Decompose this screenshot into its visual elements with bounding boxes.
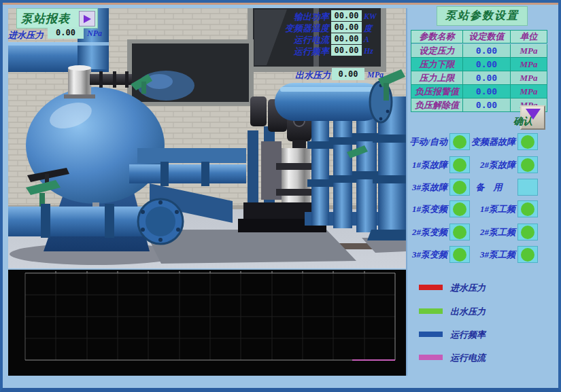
legend-label-outlet-pressure: 出水压力 (450, 306, 486, 318)
indicator-lamp-pump2-mains (517, 224, 538, 240)
legend-label-inlet-pressure: 进水压力 (450, 282, 486, 294)
param-unit: MPa (511, 85, 547, 99)
output-power-value: 00.00 (331, 10, 362, 21)
run-frequency-label: 运行频率 (272, 46, 329, 58)
inlet-pressure-value: 0.00 (48, 27, 84, 39)
indicator-label-spare: 备 用 (462, 179, 515, 196)
param-name: 负压报警值 (411, 85, 463, 99)
window-lower (127, 39, 254, 106)
params-panel-title: 泵站参数设置 (437, 6, 528, 26)
output-power-unit: KW (364, 12, 377, 22)
indicator-label-pump2-mains: 2#泵工频 (462, 224, 515, 240)
param-name: 压力下限 (411, 58, 463, 71)
inverter-temp-value: 00.00 (331, 22, 362, 33)
indicator-label-pump1-mains: 1#泵工频 (462, 200, 515, 217)
indicator-lamp-pump1-mains (517, 200, 538, 217)
indicator-label-pump3-fault: 3#泵故障 (404, 179, 447, 196)
param-name: 设定压力 (411, 44, 463, 58)
param-unit: MPa (511, 58, 547, 71)
param-name: 压力上限 (411, 71, 463, 85)
run-current-value: 00.00 (331, 33, 362, 44)
indicator-label-manual-auto: 手动/自动 (404, 133, 447, 150)
indicator-label-pump2-vfd: 2#泵变频 (404, 224, 447, 240)
outlet-pressure-unit: MPa (367, 70, 384, 80)
inverter-temp-unit: 度 (364, 23, 372, 35)
indicator-label-pump2-fault: 2#泵故障 (462, 156, 515, 173)
legend-swatch-run-current (419, 355, 443, 360)
inlet-pressure-unit: NPa (87, 29, 102, 39)
legend-label-run-frequency: 运行频率 (450, 329, 486, 341)
param-value-input[interactable]: 0.00 (463, 85, 511, 99)
col-header-name: 参数名称 (411, 31, 463, 43)
top-accent-strip (3, 3, 558, 5)
discharge-risers (305, 102, 388, 232)
inlet-pressure-label: 进水压力 (8, 29, 44, 41)
legend-label-run-current: 运行电流 (450, 352, 486, 364)
indicator-lamp-vfd-fault (517, 133, 538, 150)
col-header-value: 设定数值 (463, 31, 511, 43)
run-frequency-value: 00.00 (331, 45, 362, 56)
param-value-input[interactable]: 0.00 (463, 71, 511, 85)
report-button[interactable]: 泵站报表 (16, 8, 98, 29)
indicator-label-pump1-vfd: 1#泵变频 (404, 200, 447, 217)
indicator-lamp-pump3-mains (517, 246, 538, 263)
indicator-lamp-pump2-fault (517, 156, 538, 173)
outlet-pressure-label: 出水压力 (273, 69, 330, 82)
param-value-input[interactable]: 0.00 (463, 99, 511, 112)
param-name: 负压解除值 (411, 99, 463, 112)
trend-chart (8, 270, 406, 376)
pump-station-hmi-screen: 泵站报表 进水压力 0.00 NPa 输出功率 00.00 KW 变频器温度 0… (0, 0, 561, 392)
play-icon[interactable] (79, 11, 95, 26)
indicator-label-pump3-vfd: 3#泵变频 (404, 246, 447, 263)
param-value-input[interactable]: 0.00 (463, 58, 511, 71)
run-frequency-unit: Hz (364, 46, 373, 56)
param-value-input[interactable]: 0.00 (463, 44, 511, 58)
params-table: 参数名称 设定数值 单位 设定压力 0.00 MPa 压力下限 0.00 MPa… (411, 30, 547, 112)
outlet-pressure-value: 0.00 (332, 68, 364, 80)
indicator-label-pump3-mains: 3#泵工频 (462, 246, 515, 263)
report-button-label: 泵站报表 (17, 11, 70, 26)
legend-swatch-outlet-pressure (419, 308, 443, 314)
run-current-label: 运行电流 (272, 34, 329, 46)
legend-swatch-run-frequency (419, 332, 443, 337)
output-power-label: 输出功率 (272, 11, 329, 23)
param-unit: MPa (511, 44, 547, 58)
legend-swatch-inlet-pressure (419, 285, 443, 290)
confirm-button[interactable] (520, 105, 545, 130)
indicator-label-vfd-fault: 变频器故障 (462, 133, 515, 150)
inverter-temp-label: 变频器温度 (272, 22, 329, 35)
indicator-label-pump1-fault: 1#泵故障 (404, 156, 447, 173)
confirm-triangle-icon (526, 109, 541, 120)
run-current-unit: A (364, 35, 369, 45)
param-unit: MPa (511, 71, 547, 85)
col-header-unit: 单位 (511, 31, 547, 43)
indicator-lamp-spare (517, 179, 538, 196)
